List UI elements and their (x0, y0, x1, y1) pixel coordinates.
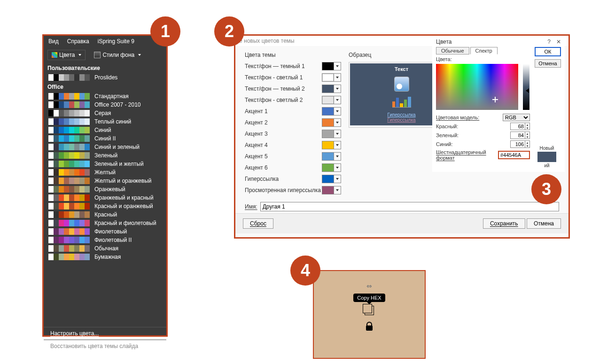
luminance-pointer-icon (526, 88, 529, 93)
colors-dropdown-button[interactable]: Цвета (47, 50, 86, 60)
theme-colors-group-label: Цвета темы (245, 52, 341, 58)
preview-chart-icon (392, 96, 411, 108)
color-picker-button[interactable] (322, 96, 341, 104)
theme-color-label: Фиолетовый II (94, 237, 132, 243)
color-picker-button[interactable] (322, 141, 341, 149)
color-picker-button[interactable] (322, 163, 341, 172)
color-picker-button[interactable] (322, 107, 341, 116)
color-picker-button[interactable] (322, 85, 341, 93)
preview-vhlink-dark: Гиперссылка (387, 117, 415, 123)
color-picker-button[interactable] (322, 62, 341, 70)
step-badge-2: 2 (214, 16, 244, 46)
menu-help[interactable]: Справка (67, 38, 89, 45)
theme-name-input[interactable] (260, 202, 559, 211)
spectrum-crosshair (492, 97, 498, 102)
green-spinner[interactable]: ▲▼ (510, 132, 530, 139)
color-picker-button[interactable] (322, 175, 341, 183)
theme-color-item[interactable]: Office 2007 - 2010 (44, 101, 166, 109)
theme-color-label: Стандартная (94, 93, 129, 100)
theme-color-label: Желтый и оранжевый (94, 178, 151, 184)
theme-color-row: Гиперссылка (245, 175, 341, 183)
theme-color-item[interactable]: Стандартная (44, 92, 166, 101)
theme-color-item[interactable]: Желтый (44, 168, 166, 177)
theme-color-row-label: Акцент 1 (245, 108, 322, 115)
theme-color-row-label: Текст/фон - светлый 1 (245, 74, 322, 81)
color-picker-button[interactable] (322, 130, 341, 138)
copy-icon[interactable] (365, 306, 374, 315)
restore-colors-menuitem: Восстановить цвета темы слайда (44, 340, 166, 352)
colors-label: Цвета (59, 52, 75, 58)
ok-button[interactable]: ОК (535, 47, 561, 56)
theme-color-row-label: Текст/фон — темный 2 (245, 85, 322, 92)
theme-color-item[interactable]: Теплый синий (44, 117, 166, 126)
theme-color-item[interactable]: Красный и оранжевый (44, 202, 166, 210)
color-picker-button[interactable] (322, 118, 341, 127)
theme-color-item[interactable]: Красный и фиолетовый (44, 219, 166, 227)
swatch-strip (48, 254, 90, 260)
luminance-slider[interactable] (523, 64, 529, 110)
theme-color-label: Синий (94, 127, 111, 133)
new-current-preview: Новый ий (534, 146, 560, 168)
reset-button[interactable]: Сброс (243, 218, 273, 229)
name-label: Имя: (245, 203, 257, 210)
swatch-strip (48, 93, 90, 100)
tab-spectrum[interactable]: Спектр (470, 47, 498, 54)
cancel-button[interactable]: Отмена (527, 218, 561, 229)
current-color-label: ий (534, 163, 560, 168)
theme-color-label: Office 2007 - 2010 (94, 101, 141, 108)
menu-ispring[interactable]: iSpring Suite 9 (98, 38, 134, 45)
theme-color-label: Теплый синий (94, 118, 131, 125)
theme-color-item[interactable]: Обычная (44, 244, 166, 253)
color-dialog-title: Цвета (436, 39, 452, 45)
chevron-down-icon (78, 54, 81, 56)
new-color-label: Новый (534, 146, 560, 151)
bg-styles-button[interactable]: Стили фона (90, 50, 145, 60)
theme-color-item[interactable]: Proslides (44, 73, 166, 82)
chevron-down-icon (138, 54, 141, 56)
swatch-strip (48, 135, 90, 142)
theme-color-item[interactable]: Фиолетовый (44, 227, 166, 236)
tab-standard[interactable]: Обычные (436, 47, 469, 54)
theme-color-item[interactable]: Желтый и оранжевый (44, 177, 166, 185)
spectrum-area[interactable] (436, 64, 518, 110)
color-picker-button[interactable] (322, 186, 341, 194)
theme-color-item[interactable]: Оранжевый (44, 185, 166, 194)
swatch-strip (48, 169, 90, 176)
theme-color-item[interactable]: Красный (44, 210, 166, 219)
color-picker-button[interactable] (322, 152, 341, 161)
theme-color-item[interactable]: Синий II (44, 134, 166, 143)
cancel-button[interactable]: Отмена (535, 59, 561, 68)
customize-colors-menuitem[interactable]: Настроить цвета... (44, 327, 166, 340)
close-icon[interactable]: ✕ (556, 39, 561, 45)
swatch-strip (48, 110, 90, 116)
theme-color-item[interactable]: Синий и зеленый (44, 143, 166, 151)
save-button[interactable]: Сохранить (483, 218, 525, 229)
theme-color-label: Бумажная (94, 254, 121, 260)
blue-label: Синий: (436, 141, 510, 147)
color-model-select[interactable]: RGB (503, 114, 530, 121)
theme-color-label: Серая (94, 110, 111, 116)
theme-color-label: Proslides (94, 74, 117, 81)
color-model-label: Цветовая модель: (436, 115, 503, 120)
swatch-strip (48, 228, 90, 235)
swatch-strip (48, 186, 90, 193)
theme-color-label: Обычная (94, 245, 118, 252)
theme-color-item[interactable]: Фиолетовый II (44, 236, 166, 244)
menu-view[interactable]: Вид (48, 38, 59, 45)
help-icon[interactable]: ? (547, 39, 551, 45)
theme-color-item[interactable]: Зеленый (44, 151, 166, 160)
hex-input[interactable] (498, 151, 530, 159)
copy-hex-panel: ⇔ Copy HEX (313, 270, 426, 359)
theme-color-item[interactable]: Синий (44, 126, 166, 134)
theme-color-item[interactable]: Зеленый и желтый (44, 160, 166, 168)
colors-dropdown-panel: Вид Справка iSpring Suite 9 Цвета Стили … (42, 34, 168, 337)
theme-color-label: Желтый (94, 169, 116, 176)
theme-color-item[interactable]: Бумажная (44, 253, 166, 261)
theme-color-row: Акцент 1 (245, 107, 341, 116)
blue-spinner[interactable]: ▲▼ (510, 140, 530, 148)
theme-color-item[interactable]: Оранжевый и красный (44, 194, 166, 202)
theme-color-row-label: Акцент 4 (245, 142, 322, 148)
theme-color-item[interactable]: Серая (44, 109, 166, 117)
color-picker-button[interactable] (322, 73, 341, 82)
red-spinner[interactable]: ▲▼ (510, 123, 530, 130)
